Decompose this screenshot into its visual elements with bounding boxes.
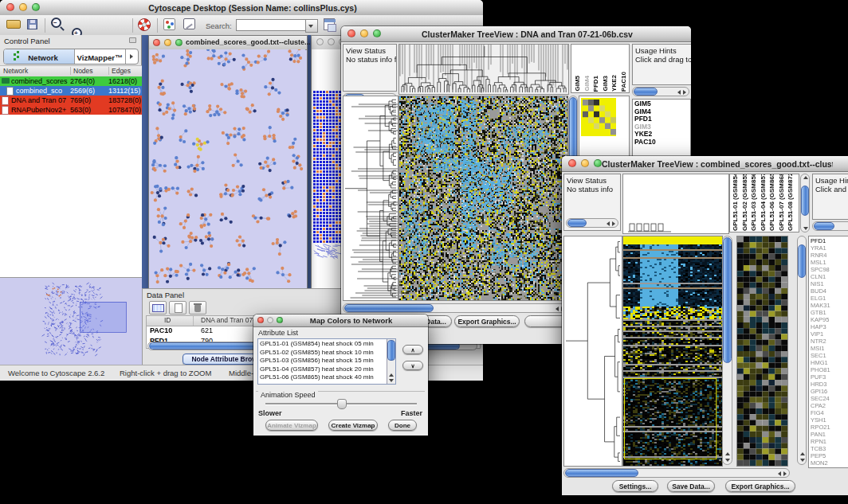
minimize-button[interactable] <box>164 39 171 46</box>
animate-vizmap-button[interactable]: Animate Vizmap <box>265 420 318 431</box>
export-graphics-button[interactable]: Export Graphics... <box>454 315 520 327</box>
gene-label[interactable]: GTB1 <box>811 309 848 316</box>
gene-label[interactable]: PEP5 <box>811 452 848 459</box>
gene-label[interactable]: MON2 <box>811 459 848 467</box>
tv2-collabel-scrollbar[interactable] <box>800 174 810 232</box>
settings-button[interactable]: Settings... <box>612 480 658 492</box>
network-row[interactable]: RNAPuberNov2+ 563(0) 107847(0) <box>0 105 142 115</box>
tv2-row-dendrogram[interactable] <box>563 236 622 467</box>
treeview1-titlebar[interactable]: ClusterMaker TreeView : DNA and Tran 07-… <box>341 26 691 42</box>
delete-attribute-icon[interactable] <box>189 301 206 315</box>
gene-label[interactable]: PFD1 <box>811 237 848 244</box>
save-icon[interactable] <box>27 19 37 29</box>
gene-label[interactable]: MSL1 <box>811 259 848 266</box>
slider-thumb[interactable] <box>337 399 347 409</box>
zoom-window-button[interactable] <box>277 317 283 323</box>
zoom-out-icon[interactable]: − <box>51 18 61 28</box>
tv1-hscrollbar[interactable] <box>343 303 567 313</box>
gene-label[interactable]: CLN1 <box>811 273 848 280</box>
attribute-browser-icon[interactable] <box>324 18 335 30</box>
tv1-column-dendrogram[interactable] <box>398 44 569 95</box>
help-lifesaver-icon[interactable] <box>138 18 151 31</box>
search-input[interactable] <box>236 19 306 31</box>
tv2-heatmap-vscrollbar[interactable] <box>722 236 732 465</box>
column-label[interactable]: GPL51-04 (GSM857) <box>760 174 768 231</box>
column-label[interactable]: GIM5 <box>574 76 582 92</box>
zoom-window-button[interactable] <box>175 39 183 46</box>
tv2-usage-scrollbar[interactable] <box>812 221 848 231</box>
gene-label[interactable]: MAK31 <box>811 302 848 309</box>
attribute-item[interactable]: GPL51-07 (GSM868) heat shock 60 min <box>260 382 386 385</box>
network-view-canvas[interactable] <box>149 49 305 288</box>
gene-label[interactable]: SEC24 <box>811 395 848 402</box>
minimize-button[interactable] <box>581 159 589 167</box>
minimize-button[interactable] <box>19 3 27 11</box>
close-button[interactable] <box>153 39 160 46</box>
dialog-titlebar[interactable]: Map Colors to Network <box>253 315 428 327</box>
attribute-item[interactable]: GPL51-03 (GSM856) heat shock 15 min <box>260 357 386 365</box>
attribute-item[interactable]: GPL51-04 (GSM857) heat shock 20 min <box>260 365 386 374</box>
gene-label[interactable]: PUF3 <box>811 373 848 381</box>
gene-label[interactable]: NTR2 <box>811 338 848 345</box>
column-label[interactable]: PAC10 <box>620 72 628 92</box>
gene-label[interactable]: KAP95 <box>811 316 848 323</box>
close-button[interactable] <box>6 3 14 11</box>
attribute-item[interactable]: GPL51-01 (GSM854) heat shock 05 min <box>260 340 386 349</box>
open-file-icon[interactable] <box>6 20 21 29</box>
close-button[interactable] <box>316 38 324 45</box>
column-label[interactable]: GPL51-07 (GSM868) <box>778 174 786 231</box>
move-up-button[interactable]: ∧ <box>402 345 423 354</box>
tv2-heatmap[interactable] <box>622 236 723 467</box>
gene-label[interactable]: RPO21 <box>811 424 848 431</box>
done-button[interactable]: Done <box>388 420 417 431</box>
treeview2-titlebar[interactable]: ClusterMaker TreeView : combined_scores_… <box>562 156 848 172</box>
tv2-genelist-scrollbar[interactable] <box>797 236 807 465</box>
column-label[interactable]: GPL51-02 (GSM855) <box>741 174 749 231</box>
gene-label[interactable]: ELG1 <box>811 295 848 302</box>
minimize-button[interactable] <box>328 38 335 45</box>
gene-label[interactable]: GPI16 <box>811 388 848 395</box>
gene-label[interactable]: YSH1 <box>811 416 848 424</box>
close-button[interactable] <box>257 317 264 323</box>
attribute-list-scrollbar[interactable] <box>387 339 395 384</box>
gene-label[interactable]: NIS1 <box>811 280 848 287</box>
gene-label[interactable]: PHO81 <box>811 366 848 373</box>
tv1-usage-scrollbar[interactable] <box>632 87 689 96</box>
column-label[interactable]: GPL51-03 (GSM856) <box>750 174 758 231</box>
tab-vizmapper[interactable]: VizMapper™ <box>74 49 125 64</box>
gene-label[interactable]: PAN1 <box>811 431 848 438</box>
network-row[interactable]: combined_scores 2764(0) 16218(0) <box>0 76 142 86</box>
gene-label[interactable]: RNR4 <box>811 252 848 259</box>
create-vizmap-button[interactable]: Create Vizmap <box>328 420 378 431</box>
attribute-item[interactable]: GPL51-06 (GSM865) heat shock 40 min <box>260 373 386 382</box>
column-label[interactable]: YKE2 <box>610 75 618 92</box>
gene-label[interactable]: YRA1 <box>811 244 848 252</box>
network-row-selected[interactable]: combined_sco 2569(6) 13112(15) <box>0 86 142 96</box>
network-overview-canvas[interactable] <box>0 277 142 365</box>
gene-label[interactable]: VIP1 <box>811 330 848 338</box>
gene-label[interactable]: TCB3 <box>811 445 848 452</box>
tv1-mini-heatmap[interactable] <box>581 98 616 136</box>
tv2-hscrollbar[interactable] <box>563 468 790 478</box>
network-frame-titlebar[interactable]: combined_scores_good.txt--cluste... <box>149 36 307 50</box>
gene-label[interactable]: BUD4 <box>811 287 848 295</box>
column-label[interactable]: GPL51-01 (GSM854) <box>732 174 740 231</box>
gene-label[interactable]: HMG1 <box>811 359 848 366</box>
column-label[interactable]: PFD1 <box>592 76 600 92</box>
gene-label[interactable]: SEC1 <box>811 352 848 359</box>
table-select-icon[interactable] <box>149 301 167 315</box>
gene-label[interactable]: FIG4 <box>811 409 848 416</box>
tv2-column-dendrogram[interactable] <box>622 174 729 234</box>
tv1-row-dendrogram[interactable] <box>343 96 398 301</box>
tv2-status-scrollbar[interactable] <box>566 218 618 228</box>
gene-label[interactable]: PAC10 <box>634 139 689 147</box>
gene-label[interactable]: HRD3 <box>811 381 848 388</box>
main-titlebar[interactable]: Cytoscape Desktop (Session Name: collins… <box>0 0 483 16</box>
node-attributes-icon[interactable] <box>163 18 175 30</box>
close-button[interactable] <box>568 159 576 167</box>
move-down-button[interactable]: ∨ <box>402 361 423 370</box>
network-row[interactable]: DNA and Tran 07 769(0) 183728(0) <box>0 96 142 105</box>
column-label[interactable]: GIM4 <box>583 76 591 92</box>
tv1-heatmap[interactable] <box>398 96 568 301</box>
minimize-button[interactable] <box>360 29 368 37</box>
